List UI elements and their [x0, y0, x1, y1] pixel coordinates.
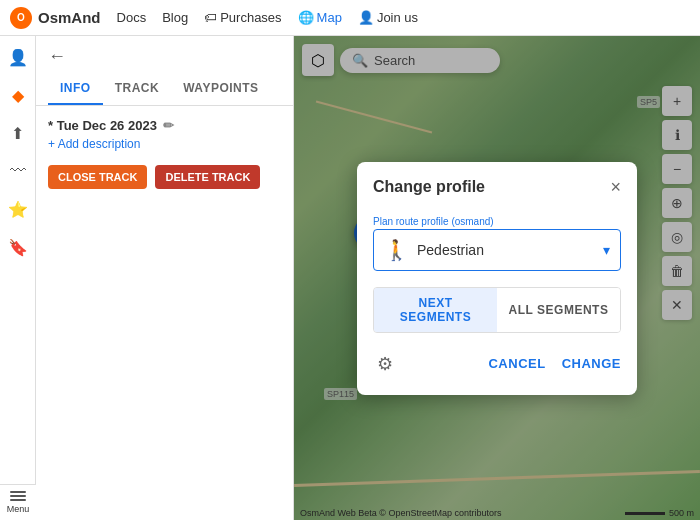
modal-header: Change profile × [357, 162, 637, 208]
track-buttons: CLOSE TRACK DELETE TRACK [48, 165, 281, 189]
dropdown-arrow-icon: ▾ [603, 242, 610, 258]
profile-label: Plan route profile (osmand) [373, 216, 621, 227]
pedestrian-icon: 🚶 [384, 238, 409, 262]
logo-circle: O [10, 7, 32, 29]
all-segments-button[interactable]: ALL SEGMENTS [497, 288, 620, 332]
track-info: * Tue Dec 26 2023 ✏ + Add description CL… [36, 106, 293, 201]
add-description-link[interactable]: + Add description [48, 137, 281, 151]
logo-text: OsmAnd [38, 9, 101, 26]
nav-blog[interactable]: Blog [162, 10, 188, 25]
modal-action-links: CANCEL CHANGE [488, 356, 621, 371]
hamburger-line-3 [10, 499, 26, 501]
hamburger-line-2 [10, 495, 26, 497]
panel-header: ← [36, 36, 293, 73]
cancel-button[interactable]: CANCEL [488, 356, 545, 371]
delete-track-button[interactable]: DELETE TRACK [155, 165, 260, 189]
edit-icon[interactable]: ✏ [163, 118, 174, 133]
nav-join[interactable]: 👤 Join us [358, 10, 418, 25]
sidebar-favorites-icon[interactable]: ⭐ [5, 196, 31, 222]
profile-select[interactable]: 🚶 Pedestrian ▾ [373, 229, 621, 271]
tab-info[interactable]: INFO [48, 73, 103, 105]
nav-purchases[interactable]: 🏷 Purchases [204, 10, 281, 25]
sidebar-person-icon[interactable]: 👤 [5, 44, 31, 70]
close-track-button[interactable]: CLOSE TRACK [48, 165, 147, 189]
settings-gear-button[interactable]: ⚙ [373, 349, 397, 379]
modal-close-button[interactable]: × [610, 178, 621, 196]
sidebar-layers-icon[interactable]: ◆ [5, 82, 31, 108]
purchases-icon: 🏷 [204, 10, 217, 25]
modal-actions: ⚙ CANCEL CHANGE [373, 349, 621, 379]
hamburger-line-1 [10, 491, 26, 493]
tab-waypoints[interactable]: WAYPOINTS [171, 73, 270, 105]
bottom-menu-button[interactable]: Menu [0, 484, 36, 520]
nav-map[interactable]: 🌐 Map [298, 10, 342, 25]
change-profile-modal: Change profile × Plan route profile (osm… [357, 162, 637, 395]
segment-toggle: NEXT SEGMENTS ALL SEGMENTS [373, 287, 621, 333]
modal-overlay: Change profile × Plan route profile (osm… [294, 36, 700, 520]
track-date: * Tue Dec 26 2023 ✏ [48, 118, 281, 133]
sidebar-bookmark-icon[interactable]: 🔖 [5, 234, 31, 260]
globe-icon: 🌐 [298, 10, 314, 25]
next-segments-button[interactable]: NEXT SEGMENTS [374, 288, 497, 332]
main-content: 👤 ◆ ⬆ 〰 ⭐ 🔖 ⚙ ← INFO TRACK WAYPOINTS * T… [0, 36, 700, 520]
sidebar-icons: 👤 ◆ ⬆ 〰 ⭐ 🔖 ⚙ [0, 36, 36, 520]
left-panel: ← INFO TRACK WAYPOINTS * Tue Dec 26 2023… [36, 36, 294, 520]
nav-docs[interactable]: Docs [117, 10, 147, 25]
menu-label: Menu [7, 504, 30, 514]
person-icon: 👤 [358, 10, 374, 25]
modal-title: Change profile [373, 178, 485, 196]
modal-body: Plan route profile (osmand) 🚶 Pedestrian… [357, 208, 637, 395]
back-button[interactable]: ← [48, 46, 66, 67]
tab-track[interactable]: TRACK [103, 73, 172, 105]
map-area[interactable]: SP115 SP5 🚶 ⬡ 🔍 Search + ℹ − ⊕ ◎ 🗑 ✕ Osm… [294, 36, 700, 520]
sidebar-route-icon[interactable]: 〰 [5, 158, 31, 184]
sidebar-upload-icon[interactable]: ⬆ [5, 120, 31, 146]
profile-name: Pedestrian [417, 242, 595, 258]
change-button[interactable]: CHANGE [562, 356, 621, 371]
logo[interactable]: O OsmAnd [10, 7, 101, 29]
top-navigation: O OsmAnd Docs Blog 🏷 Purchases 🌐 Map 👤 J… [0, 0, 700, 36]
tab-bar: INFO TRACK WAYPOINTS [36, 73, 293, 106]
